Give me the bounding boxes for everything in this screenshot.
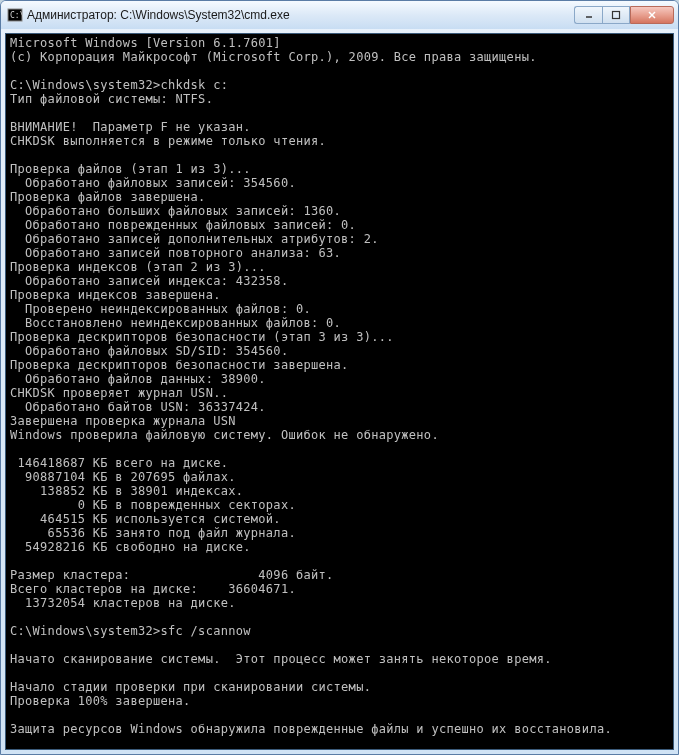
console-line: Завершена проверка журнала USN [10,414,669,428]
console-line: C:\Windows\system32>chkdsk c: [10,78,669,92]
minimize-button[interactable] [574,6,602,24]
svg-text:C:\: C:\ [10,11,23,20]
console-line: Обработано записей индекса: 432358. [10,274,669,288]
console-line: (c) Корпорация Майкрософт (Microsoft Cor… [10,50,669,64]
console-line: 0 КБ в поврежденных секторах. [10,498,669,512]
maximize-button[interactable] [602,6,630,24]
console-line: 464515 КБ используется системой. [10,512,669,526]
console-line: Тип файловой системы: NTFS. [10,92,669,106]
console-line: C:\Windows\system32>sfc /scannow [10,624,669,638]
console-line: Всего кластеров на диске: 36604671. [10,582,669,596]
cmd-window: C:\ Администратор: C:\Windows\System32\c… [0,0,679,755]
console-line: Обработано записей повторного анализа: 6… [10,246,669,260]
console-line: Проверка файлов завершена. [10,190,669,204]
console-line: Проверка дескрипторов безопасности (этап… [10,330,669,344]
console-line: 146418687 КБ всего на диске. [10,456,669,470]
close-button[interactable] [630,6,674,24]
console-line [10,638,669,652]
console-line [10,64,669,78]
console-line: Проверка 100% завершена. [10,694,669,708]
console-line [10,554,669,568]
console-output: Microsoft Windows [Version 6.1.7601](c) … [10,36,669,750]
console-line [10,610,669,624]
console-area[interactable]: Microsoft Windows [Version 6.1.7601](c) … [5,33,674,750]
console-line: 13732054 кластеров на диске. [10,596,669,610]
window-title: Администратор: C:\Windows\System32\cmd.e… [27,8,574,22]
console-line: 54928216 КБ свободно на диске. [10,540,669,554]
console-line: Начато сканирование системы. Этот процес… [10,652,669,666]
console-line [10,666,669,680]
console-line: ВНИМАНИЕ! Параметр F не указан. [10,120,669,134]
console-line: Проверка индексов (этап 2 из 3)... [10,260,669,274]
console-line: Microsoft Windows [Version 6.1.7601] [10,36,669,50]
console-line: Обработано файлов данных: 38900. [10,372,669,386]
titlebar[interactable]: C:\ Администратор: C:\Windows\System32\c… [1,1,678,29]
console-line: Размер кластера: 4096 байт. [10,568,669,582]
console-line: Проверка дескрипторов безопасности завер… [10,358,669,372]
console-line [10,442,669,456]
console-line: Восстановлено неиндексированных файлов: … [10,316,669,330]
console-line: Обработано записей дополнительных атрибу… [10,232,669,246]
console-line: CHKDSK проверяет журнал USN.. [10,386,669,400]
console-line: 138852 КБ в 38901 индексах. [10,484,669,498]
console-line: Обработано поврежденных файловых записей… [10,218,669,232]
console-line [10,148,669,162]
console-line [10,106,669,120]
console-line: Обработано байтов USN: 36337424. [10,400,669,414]
console-line [10,736,669,750]
console-line: Проверка файлов (этап 1 из 3)... [10,162,669,176]
console-line [10,708,669,722]
console-line: Обработано файловых SD/SID: 354560. [10,344,669,358]
console-line: 65536 КБ занято под файл журнала. [10,526,669,540]
console-line: 90887104 КБ в 207695 файлах. [10,470,669,484]
console-line: Начало стадии проверки при сканировании … [10,680,669,694]
console-line: CHKDSK выполняется в режиме только чтени… [10,134,669,148]
cmd-icon: C:\ [7,7,23,23]
console-line: Обработано файловых записей: 354560. [10,176,669,190]
svg-rect-3 [613,12,620,19]
console-line: Проверка индексов завершена. [10,288,669,302]
console-line: Проверено неиндексированных файлов: 0. [10,302,669,316]
console-line: Windows проверила файловую систему. Ошиб… [10,428,669,442]
console-line: Обработано больших файловых записей: 136… [10,204,669,218]
window-controls [574,6,674,24]
console-line: Защита ресурсов Windows обнаружила повре… [10,722,669,736]
